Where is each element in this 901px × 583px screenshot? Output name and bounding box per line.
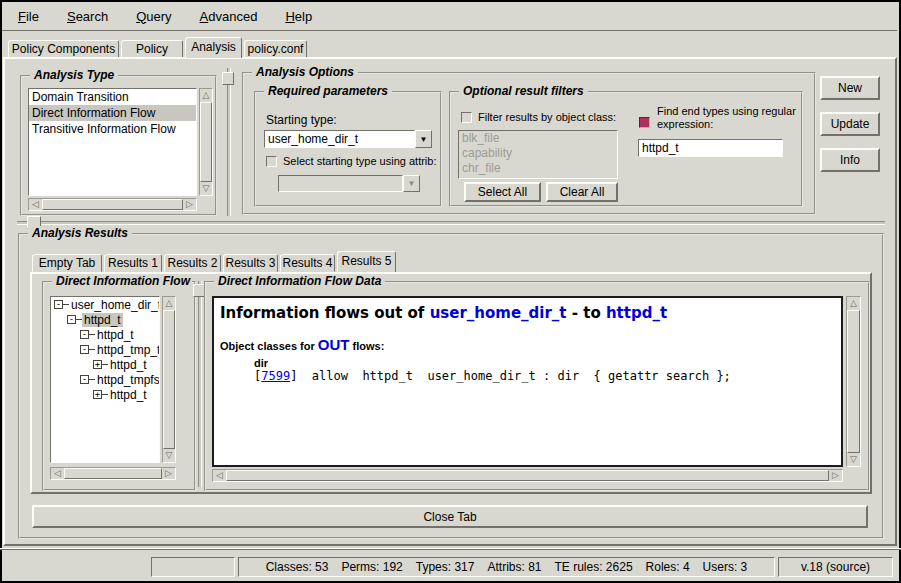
list-item: blk_file	[459, 131, 617, 146]
menu-file[interactable]: File	[14, 7, 43, 26]
menu-search[interactable]: Search	[63, 7, 112, 26]
scroll-up-icon[interactable]: △	[200, 89, 212, 102]
rule-id-link[interactable]: 7599	[261, 369, 290, 383]
scroll-up-icon[interactable]: △	[847, 297, 860, 310]
clear-all-button[interactable]: Clear All	[546, 182, 618, 202]
tab-results-2[interactable]: Results 2	[164, 254, 221, 272]
pane-divider-handle[interactable]	[222, 72, 234, 85]
tree-expand-icon[interactable]: +	[93, 360, 102, 369]
scroll-up-icon[interactable]: △	[163, 297, 175, 310]
list-item: chr_file	[459, 161, 617, 176]
scrollbar-thumb[interactable]	[163, 310, 175, 449]
list-item[interactable]: Domain Transition	[29, 89, 196, 105]
tab-policy-rules[interactable]: Policy Rules	[121, 40, 183, 58]
tab-results-3[interactable]: Results 3	[223, 254, 278, 272]
select-all-button[interactable]: Select All	[464, 182, 541, 202]
stat-classes: Classes: 53	[266, 560, 329, 574]
menu-help[interactable]: Help	[281, 7, 316, 26]
menu-query[interactable]: Query	[132, 7, 175, 26]
scrollbar-thumb[interactable]	[226, 470, 829, 481]
attrib-checkbox[interactable]	[266, 156, 277, 167]
stat-users: Users: 3	[703, 560, 748, 574]
info-button[interactable]: Info	[820, 148, 880, 172]
list-item[interactable]: Transitive Information Flow	[29, 121, 196, 137]
object-class-checkbox[interactable]	[461, 112, 472, 123]
te-rule-line: [7599] allow httpd_t user_home_dir_t : d…	[254, 369, 835, 383]
flow-data-title: Direct Information Flow Data	[214, 274, 385, 288]
tree-node-label[interactable]: httpd_tmpfs_t	[95, 373, 160, 387]
close-tab-button[interactable]: Close Tab	[32, 505, 868, 528]
attrib-checkbox-label: Select starting type using attrib:	[283, 155, 436, 167]
starting-type-combobox[interactable]: user_home_dir_t ▼	[264, 130, 432, 148]
optional-filters-title: Optional result filters	[459, 84, 588, 98]
tree-collapse-icon[interactable]: -	[80, 345, 89, 354]
starting-type-value[interactable]: user_home_dir_t	[264, 130, 415, 148]
regex-input[interactable]	[638, 139, 783, 157]
tree-node-label[interactable]: httpd_t	[108, 358, 149, 372]
subheading-direction: OUT	[318, 336, 350, 353]
stat-roles: Roles: 4	[646, 560, 690, 574]
tree-collapse-icon[interactable]: -	[80, 375, 89, 384]
update-button[interactable]: Update	[820, 112, 880, 136]
tree-collapse-icon[interactable]: -	[80, 330, 89, 339]
tab-analysis[interactable]: Analysis	[185, 37, 242, 58]
stat-attribs: Attribs: 81	[487, 560, 541, 574]
rule-text: ] allow httpd_t user_home_dir_t : dir { …	[290, 369, 731, 383]
list-item[interactable]: Direct Information Flow	[29, 105, 196, 121]
tab-policy-components[interactable]: Policy Components	[8, 40, 119, 58]
scrollbar-thumb[interactable]	[847, 310, 860, 453]
analysis-type-vscrollbar[interactable]: △ ▽	[199, 88, 213, 196]
analysis-type-hscrollbar[interactable]: ◁ ▷	[28, 198, 197, 211]
tab-policy-conf[interactable]: policy.conf	[244, 40, 307, 58]
flow-data-textarea[interactable]: Information flows out of user_home_dir_t…	[212, 296, 843, 467]
flow-data-hscrollbar[interactable]: ◁ ▷	[212, 469, 843, 482]
results-page: Direct Information Flow T - user_home_di…	[30, 272, 872, 494]
new-button[interactable]: New	[820, 76, 880, 100]
flow-tree: - user_home_dir_t - httpd_t - httpd_t	[50, 296, 160, 463]
menu-advanced[interactable]: Advanced	[196, 7, 262, 26]
scrollbar-thumb[interactable]	[64, 468, 162, 479]
scroll-right-icon[interactable]: ▷	[162, 468, 175, 479]
scrollbar-thumb[interactable]	[42, 199, 183, 210]
object-class-list: blk_file capability chr_file	[458, 130, 618, 179]
heading-middle: - to	[567, 304, 606, 322]
scroll-left-icon[interactable]: ◁	[29, 199, 42, 210]
dropdown-arrow-icon[interactable]: ▼	[415, 130, 432, 148]
tree-node-label[interactable]: httpd_t	[82, 313, 123, 327]
analysis-options-group: Analysis Options Required parameters Sta…	[242, 72, 816, 215]
tree-node-label[interactable]: user_home_dir_t	[69, 298, 160, 312]
pane-divider	[227, 68, 231, 216]
tree-collapse-icon[interactable]: -	[67, 315, 76, 324]
flow-data-group: Direct Information Flow Data Information…	[204, 281, 870, 491]
scroll-right-icon[interactable]: ▷	[183, 199, 196, 210]
analysis-type-list: Domain Transition Direct Information Flo…	[28, 88, 197, 196]
flow-tree-hscrollbar[interactable]: ◁ ▷	[50, 467, 176, 480]
tab-results-1[interactable]: Results 1	[104, 254, 162, 272]
scroll-down-icon[interactable]: ▽	[847, 453, 860, 466]
scroll-left-icon[interactable]: ◁	[213, 470, 226, 481]
tree-node-label[interactable]: httpd_t	[108, 388, 149, 402]
tree-node-label[interactable]: httpd_t	[95, 328, 136, 342]
scrollbar-thumb[interactable]	[200, 102, 212, 182]
flow-tree-title: Direct Information Flow T	[52, 274, 192, 288]
required-parameters-group: Required parameters Starting type: user_…	[254, 91, 442, 207]
tree-expand-icon[interactable]: +	[93, 390, 102, 399]
tab-results-5[interactable]: Results 5	[337, 251, 396, 272]
scroll-down-icon[interactable]: ▽	[200, 182, 212, 195]
regex-checkbox[interactable]	[639, 117, 650, 128]
scroll-down-icon[interactable]: ▽	[163, 449, 175, 462]
tab-empty-tab[interactable]: Empty Tab	[32, 254, 102, 272]
tab-results-4[interactable]: Results 4	[280, 254, 335, 272]
tree-node-label[interactable]: httpd_tmp_t	[95, 343, 160, 357]
scroll-left-icon[interactable]: ◁	[51, 468, 64, 479]
status-version-box: v.18 (source)	[778, 557, 893, 577]
flow-tree-vscrollbar[interactable]: △ ▽	[162, 296, 176, 463]
flow-subheading: Object classes for OUT flows:	[220, 336, 835, 353]
tree-collapse-icon[interactable]: -	[54, 300, 63, 309]
flow-data-vscrollbar[interactable]: △ ▽	[846, 296, 861, 467]
object-class-name: dir	[254, 357, 835, 369]
heading-source-type: user_home_dir_t	[430, 304, 567, 322]
scroll-right-icon[interactable]: ▷	[829, 470, 842, 481]
apol-window: File Search Query Advanced Help Policy C…	[0, 0, 901, 583]
tree-row: - user_home_dir_t	[51, 297, 159, 312]
